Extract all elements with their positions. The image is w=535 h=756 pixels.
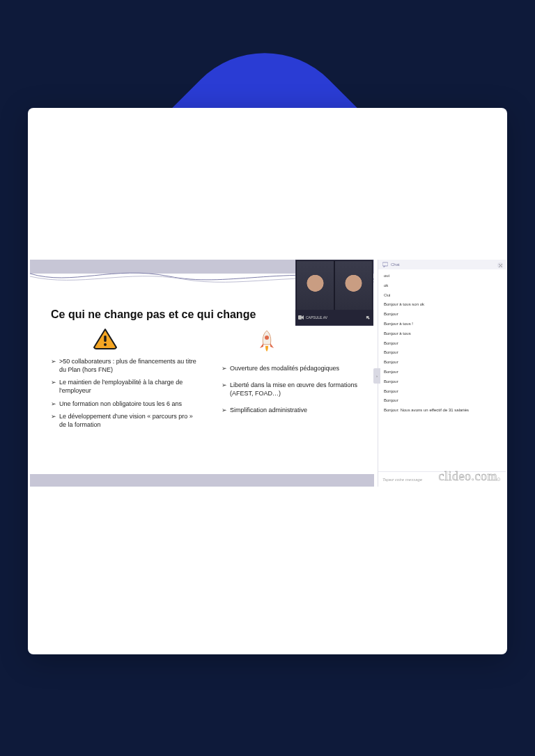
expand-icon[interactable] bbox=[365, 315, 371, 320]
slide-left-column: ➢>50 collaborateurs : plus de financemen… bbox=[51, 357, 197, 433]
close-icon bbox=[499, 264, 502, 267]
watermark-text: clideo.com bbox=[439, 469, 497, 484]
bullet-item: ➢Ouverture des modalités pédagogiques bbox=[222, 364, 368, 372]
chat-message: Bonjour bbox=[384, 360, 500, 365]
chat-message: ok bbox=[384, 283, 500, 289]
chat-message: Bonjour bbox=[384, 389, 500, 395]
warning-icon bbox=[93, 328, 118, 353]
bullet-item: ➢Une formation non obligatoire tous les … bbox=[51, 400, 197, 408]
chat-message: Bonjour bbox=[384, 312, 500, 317]
bullet-item: ➢Simplification administrative bbox=[222, 406, 368, 414]
content-card: Ce qui ne change pas et ce qui change bbox=[28, 108, 507, 654]
slide-bottom-bar bbox=[30, 474, 374, 487]
bullet-item: ➢>50 collaborateurs : plus de financemen… bbox=[51, 357, 197, 374]
chat-message: Bonjour bbox=[384, 379, 500, 385]
chat-messages[interactable]: ouiokOuiBonjour à tous son okBonjourBonj… bbox=[378, 271, 506, 471]
meeting-screenshot: Ce qui ne change pas et ce qui change bbox=[28, 260, 507, 487]
svg-rect-0 bbox=[104, 336, 106, 342]
chat-close-button[interactable] bbox=[497, 262, 503, 268]
svg-rect-3 bbox=[298, 315, 302, 320]
chat-message: Bonjour. Nous avons un effectif de 31 sa… bbox=[384, 408, 500, 414]
chat-message: Bonjour à tous ! bbox=[384, 322, 500, 327]
camera-icon bbox=[298, 315, 304, 320]
rocket-icon bbox=[256, 329, 277, 356]
chat-message: Bonjour à tous bbox=[384, 331, 500, 337]
chat-message: Oui bbox=[384, 293, 500, 299]
chevron-right-icon: › bbox=[376, 374, 378, 378]
chat-header: Chat bbox=[378, 260, 506, 269]
chat-icon bbox=[382, 262, 388, 267]
chat-message: oui bbox=[384, 274, 500, 279]
bullet-item: ➢Le développement d'une vision « parcour… bbox=[51, 412, 197, 429]
bullet-item: ➢Le maintien de l'employabilité à la cha… bbox=[51, 378, 197, 395]
svg-point-2 bbox=[265, 336, 269, 340]
chat-message: Bonjour bbox=[384, 370, 500, 375]
chat-message: Bonjour bbox=[384, 341, 500, 347]
bullet-item: ➢Liberté dans la mise en œuvre des forma… bbox=[222, 381, 368, 397]
chat-message: Bonjour bbox=[384, 398, 500, 404]
svg-point-1 bbox=[104, 343, 107, 346]
chat-panel: Chat › ouiokOuiBonjour à tous son okBonj… bbox=[378, 260, 506, 487]
chat-message: Bonjour à tous son ok bbox=[384, 302, 500, 308]
slide-title: Ce qui ne change pas et ce qui change bbox=[51, 308, 256, 321]
svg-rect-4 bbox=[382, 262, 388, 266]
video-footer-bar: CAPSULE.AV bbox=[295, 310, 373, 325]
recording-file-label: CAPSULE.AV bbox=[298, 315, 327, 320]
chat-message: Bonjour bbox=[384, 350, 500, 356]
slide-right-column: ➢Ouverture des modalités pédagogiques ➢L… bbox=[222, 364, 368, 423]
